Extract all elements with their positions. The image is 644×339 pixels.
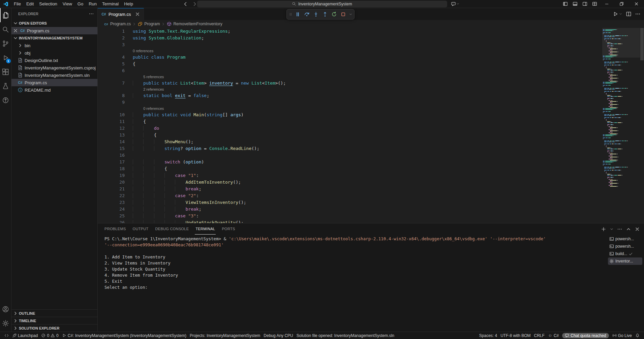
stop-button[interactable]: [339, 10, 347, 19]
chevron-down-icon[interactable]: [348, 10, 353, 19]
projects[interactable]: Projects: InventoryManagementSystem: [188, 332, 262, 339]
menu-view[interactable]: View: [60, 0, 75, 8]
open-editor-program.cs[interactable]: C#Program.cs: [11, 27, 97, 34]
code-line[interactable]: [133, 67, 602, 74]
panel-tab-terminal[interactable]: TERMINAL: [195, 223, 216, 235]
line-number[interactable]: 18: [104, 165, 133, 172]
line-number[interactable]: 24: [104, 206, 133, 213]
line-number[interactable]: 5: [104, 61, 133, 67]
activity-accounts[interactable]: [0, 302, 11, 316]
codelens-link[interactable]: 0 references: [133, 48, 602, 54]
code-line[interactable]: [133, 99, 602, 106]
close-window-button[interactable]: [629, 0, 644, 8]
step-out-button[interactable]: [321, 10, 329, 19]
eol[interactable]: CRLF: [532, 332, 546, 339]
breadcrumb-program[interactable]: Program: [138, 22, 160, 26]
code-line[interactable]: static bool exit = false;: [133, 92, 602, 99]
line-number[interactable]: 2: [104, 35, 133, 41]
code-line[interactable]: case "3":: [133, 213, 602, 219]
step-over-button[interactable]: [303, 10, 311, 19]
activity-source-control[interactable]: [0, 36, 11, 51]
build-configuration[interactable]: Debug Any CPU: [262, 332, 295, 339]
code-line[interactable]: public static List<Item> inventory = new…: [133, 80, 602, 87]
back-icon[interactable]: [183, 1, 188, 7]
section-timeline[interactable]: TIMELINE: [11, 317, 97, 324]
scrollbar-thumb[interactable]: [640, 28, 644, 60]
menu-run[interactable]: Run: [86, 0, 99, 8]
file-program.cs[interactable]: C#Program.cs: [11, 79, 97, 86]
new-terminal-button[interactable]: [601, 226, 606, 232]
code-line[interactable]: AddItemToInventory();: [133, 179, 602, 186]
terminal-item-powersh[interactable]: powersh...: [608, 243, 642, 250]
run-button[interactable]: [613, 11, 622, 17]
code-line[interactable]: case "1":: [133, 172, 602, 179]
line-number[interactable]: 16: [104, 152, 133, 159]
codelens-link[interactable]: 5 references: [133, 74, 602, 80]
line-number[interactable]: [104, 74, 133, 80]
code-line[interactable]: public static void Main(string[] args): [133, 112, 602, 118]
line-number[interactable]: 14: [104, 138, 133, 145]
code-line[interactable]: {: [133, 118, 602, 125]
line-number[interactable]: 10: [104, 112, 133, 118]
activity-settings[interactable]: [0, 316, 11, 330]
activity-search[interactable]: [0, 22, 11, 36]
panel-tab-ports[interactable]: PORTS: [221, 223, 236, 235]
line-number[interactable]: 23: [104, 199, 133, 206]
code-line[interactable]: {: [133, 132, 602, 138]
customize-layout-button[interactable]: [590, 0, 600, 8]
restart-button[interactable]: [330, 10, 338, 19]
activity-testing[interactable]: [0, 79, 11, 93]
line-number[interactable]: 13: [104, 132, 133, 138]
file-readme.md[interactable]: README.md: [11, 86, 97, 94]
split-editor-button[interactable]: [626, 11, 632, 17]
toggle-sidebar-button[interactable]: [560, 0, 570, 8]
line-number[interactable]: 3: [104, 41, 133, 48]
file-designoutline.txt[interactable]: DesignOutline.txt: [11, 57, 97, 64]
maximize-panel-button[interactable]: [626, 226, 631, 232]
codelens-link[interactable]: 0 references: [133, 106, 602, 112]
terminal-item-powersh[interactable]: powersh...: [608, 235, 642, 243]
file-inventorymanagementsystem.csproj[interactable]: InventoryManagementSystem.csproj: [11, 64, 97, 71]
code-line[interactable]: break;: [133, 206, 602, 213]
code-line[interactable]: {: [133, 61, 602, 67]
section-outline[interactable]: OUTLINE: [11, 309, 97, 317]
code-line[interactable]: [133, 41, 602, 48]
solution-status[interactable]: Solution file opened: InventoryManagemen…: [295, 332, 396, 339]
codelens-link[interactable]: 2 references: [133, 87, 602, 92]
code-line[interactable]: using System.Globalization;: [133, 35, 602, 41]
file-obj[interactable]: obj: [11, 49, 97, 57]
code-line[interactable]: using System.Text.RegularExpressions;: [133, 28, 602, 35]
code-line[interactable]: break;: [133, 186, 602, 192]
tab-program-cs[interactable]: C# Program.cs: [98, 8, 144, 20]
menu-edit[interactable]: Edit: [24, 0, 36, 8]
line-number[interactable]: 26: [104, 219, 133, 223]
terminal-item-build[interactable]: build...: [608, 250, 642, 257]
forward-icon[interactable]: [192, 1, 197, 7]
terminal-profile-dropdown-icon[interactable]: [610, 227, 614, 231]
line-number[interactable]: [104, 106, 133, 112]
restore-button[interactable]: [614, 0, 629, 8]
panel-tab-debug-console[interactable]: DEBUG CONSOLE: [155, 223, 190, 235]
copilot-menu[interactable]: [451, 1, 460, 6]
code-line[interactable]: {: [133, 165, 602, 172]
close-panel-button[interactable]: [635, 226, 640, 232]
pause-button[interactable]: [294, 10, 302, 19]
command-center[interactable]: InventoryManagementSystem: [197, 1, 447, 7]
line-number[interactable]: 4: [104, 54, 133, 61]
code-line[interactable]: switch (option): [133, 159, 602, 165]
code-line[interactable]: case "2":: [133, 192, 602, 199]
problems[interactable]: 00: [39, 332, 60, 339]
code-line[interactable]: string? option = Console.ReadLine();: [133, 145, 602, 152]
minimize-button[interactable]: [600, 0, 614, 8]
toggle-secondary-sidebar-button[interactable]: [580, 0, 590, 8]
line-number[interactable]: 25: [104, 213, 133, 219]
activity-remote-explorer[interactable]: [0, 93, 11, 107]
code-line[interactable]: public class Program: [133, 54, 602, 61]
menu-file[interactable]: File: [11, 0, 24, 8]
explorer-more-actions-icon[interactable]: [89, 11, 94, 17]
panel-tab-output[interactable]: OUTPUT: [132, 223, 149, 235]
line-number[interactable]: [104, 48, 133, 54]
menu-go[interactable]: Go: [75, 0, 86, 8]
breadcrumb-program.cs[interactable]: C#Program.cs: [104, 22, 131, 26]
notifications[interactable]: [634, 332, 641, 339]
